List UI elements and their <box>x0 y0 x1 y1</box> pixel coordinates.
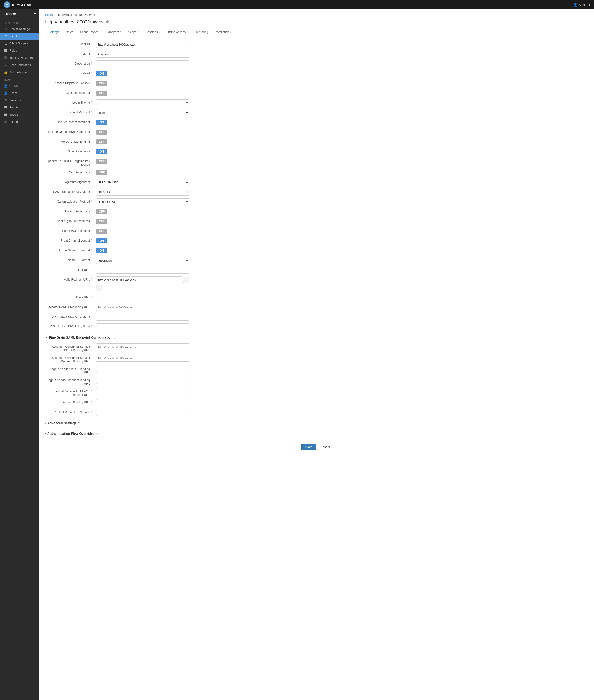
sidebar-item-realm-settings[interactable]: ⊞ Realm Settings <box>0 25 39 33</box>
optimize-redirect-help-icon[interactable]: ? <box>91 160 93 163</box>
logout-post-url-help-icon[interactable]: ? <box>91 367 93 371</box>
sidebar-item-clients[interactable]: ◻ Clients <box>0 33 39 40</box>
tab-sessions[interactable]: Sessions ? <box>142 28 163 36</box>
topbar-user[interactable]: 👤 Admin ▾ <box>573 3 590 6</box>
sidebar-item-export[interactable]: ☰ Export <box>0 118 39 125</box>
name-id-format-select[interactable]: username email persistent transient <box>96 257 189 264</box>
artifact-resolution-service-help-icon[interactable]: ? <box>91 411 93 414</box>
sign-assertions-help-icon[interactable]: ? <box>91 171 93 174</box>
force-post-binding-toggle[interactable]: OFF <box>96 229 107 234</box>
delete-icon[interactable]: 🗑 <box>106 20 109 24</box>
logout-post-url-input[interactable] <box>96 366 189 373</box>
breadcrumb-clients-link[interactable]: Clients <box>45 13 54 16</box>
acs-post-url-input[interactable] <box>96 343 189 351</box>
name-id-format-help-icon[interactable]: ? <box>91 259 93 262</box>
login-theme-select[interactable] <box>96 99 189 106</box>
always-display-help-icon[interactable]: ? <box>91 81 93 85</box>
client-protocol-help-icon[interactable]: ? <box>91 111 93 114</box>
canonicalization-help-icon[interactable]: ? <box>91 200 93 203</box>
consent-required-help-icon[interactable]: ? <box>91 91 93 95</box>
name-input[interactable] <box>96 51 189 58</box>
logout-redirect-url-input[interactable] <box>96 377 189 384</box>
enabled-help-icon[interactable]: ? <box>91 72 93 75</box>
base-url-input[interactable] <box>96 294 189 301</box>
sidebar-item-import[interactable]: ☰ Import <box>0 111 39 118</box>
description-help-icon[interactable]: ? <box>91 62 93 65</box>
signature-algorithm-help-icon[interactable]: ? <box>91 180 93 184</box>
saml-key-name-help-icon[interactable]: ? <box>91 190 93 194</box>
front-channel-logout-help-icon[interactable]: ? <box>91 239 93 242</box>
auth-flow-overrides-help-icon[interactable]: ? <box>96 432 98 435</box>
force-post-binding-help-icon[interactable]: ? <box>91 229 93 232</box>
sidebar-item-roles[interactable]: ☰ Roles <box>0 47 39 54</box>
idp-sso-url-name-input[interactable] <box>96 313 189 321</box>
force-artifact-help-icon[interactable]: ? <box>91 140 93 143</box>
root-url-input[interactable] <box>96 267 189 274</box>
artifact-resolution-service-input[interactable] <box>96 409 189 416</box>
master-saml-url-help-icon[interactable]: ? <box>91 305 93 309</box>
saml-key-name-select[interactable]: KEY_ID CERT_SUBJECT NONE <box>96 189 189 196</box>
root-url-help-icon[interactable]: ? <box>91 268 93 271</box>
optimize-redirect-toggle[interactable]: OFF <box>96 159 107 164</box>
valid-redirect-uris-help-icon[interactable]: ? <box>91 278 93 281</box>
artifact-binding-url-help-icon[interactable]: ? <box>91 401 93 404</box>
redirect-url-add-button[interactable]: + <box>96 285 102 291</box>
acs-redirect-url-input[interactable] <box>96 355 189 362</box>
sign-documents-toggle[interactable]: ON <box>96 149 107 154</box>
acs-post-url-help-icon[interactable]: ? <box>91 345 93 348</box>
client-protocol-select[interactable]: saml openid-connect <box>96 109 189 116</box>
sidebar-item-events[interactable]: ☰ Events <box>0 104 39 111</box>
sidebar-item-identity-providers[interactable]: ☰ Identity Providers <box>0 54 39 61</box>
tab-client-scopes[interactable]: Client Scopes ? <box>77 28 104 36</box>
fine-grain-help-icon[interactable]: ? <box>114 336 116 339</box>
force-name-id-format-toggle[interactable]: ON <box>96 248 107 253</box>
sidebar-item-sessions[interactable]: ⊙ Sessions <box>0 97 39 104</box>
save-button[interactable]: Save <box>301 443 316 450</box>
redirect-url-input-0[interactable] <box>96 276 182 284</box>
sign-assertions-toggle[interactable]: OFF <box>96 170 107 175</box>
sidebar-item-user-federation[interactable]: ☰ User Federation <box>0 61 39 68</box>
description-input[interactable] <box>96 60 189 67</box>
sign-documents-help-icon[interactable]: ? <box>91 150 93 153</box>
acs-redirect-url-help-icon[interactable]: ? <box>91 356 93 360</box>
include-authn-help-icon[interactable]: ? <box>91 121 93 124</box>
force-artifact-toggle[interactable]: OFF <box>96 139 107 144</box>
sidebar-item-groups[interactable]: 👤 Groups <box>0 82 39 90</box>
cancel-button[interactable]: Cancel <box>318 443 332 450</box>
front-channel-logout-toggle[interactable]: ON <box>96 238 107 243</box>
tab-offline-access[interactable]: Offline Access ? <box>163 28 191 36</box>
canonicalization-select[interactable]: EXCLUSIVE EXCLUSIVE_WITH_COMMENTS INCLUS… <box>96 198 189 205</box>
tab-roles[interactable]: Roles <box>63 28 77 36</box>
tab-scope[interactable]: Scope ? <box>125 28 142 36</box>
advanced-settings-help-icon[interactable]: ? <box>78 422 80 425</box>
force-name-id-format-help-icon[interactable]: ? <box>91 249 93 252</box>
client-sig-required-toggle[interactable]: OFF <box>96 219 107 224</box>
redirect-url-remove-button[interactable]: − <box>183 277 189 283</box>
logout-artifact-url-input[interactable] <box>96 388 189 395</box>
client-id-help-icon[interactable]: ? <box>91 42 93 46</box>
always-display-toggle[interactable]: OFF <box>96 81 107 86</box>
sidebar-item-client-scopes[interactable]: ◻ Client Scopes <box>0 40 39 47</box>
auth-flow-overrides-section-header[interactable]: › Authentication Flow Overrides ? <box>45 429 588 437</box>
logout-redirect-url-help-icon[interactable]: ? <box>91 378 93 382</box>
idp-sso-relay-state-input[interactable] <box>96 323 189 330</box>
sidebar-item-authentication[interactable]: 🔒 Authentication <box>0 68 39 76</box>
fine-grain-section-header[interactable]: ▼ Fine Grain SAML Endpoint Configuration… <box>45 333 588 341</box>
consent-required-toggle[interactable]: OFF <box>96 91 107 96</box>
tab-settings[interactable]: Settings <box>45 28 63 36</box>
tab-installation[interactable]: Installation ? <box>211 28 235 36</box>
idp-sso-url-name-help-icon[interactable]: ? <box>91 315 93 319</box>
enabled-toggle[interactable]: ON <box>96 71 107 76</box>
client-id-input[interactable] <box>96 41 189 48</box>
base-url-help-icon[interactable]: ? <box>91 296 93 299</box>
tab-clustering[interactable]: Clustering <box>191 28 211 36</box>
encrypt-assertions-help-icon[interactable]: ? <box>91 210 93 213</box>
advanced-settings-section-header[interactable]: › Advanced Settings ? <box>45 419 588 427</box>
name-help-icon[interactable]: ? <box>91 52 93 56</box>
encrypt-assertions-toggle[interactable]: OFF <box>96 209 107 214</box>
include-onetimeuse-help-icon[interactable]: ? <box>91 130 93 134</box>
sidebar-item-users[interactable]: 👤 Users <box>0 90 39 97</box>
tab-mappers[interactable]: Mappers ? <box>104 28 125 36</box>
include-onetimeuse-toggle[interactable]: OFF <box>96 130 107 135</box>
master-saml-url-input[interactable] <box>96 304 189 311</box>
